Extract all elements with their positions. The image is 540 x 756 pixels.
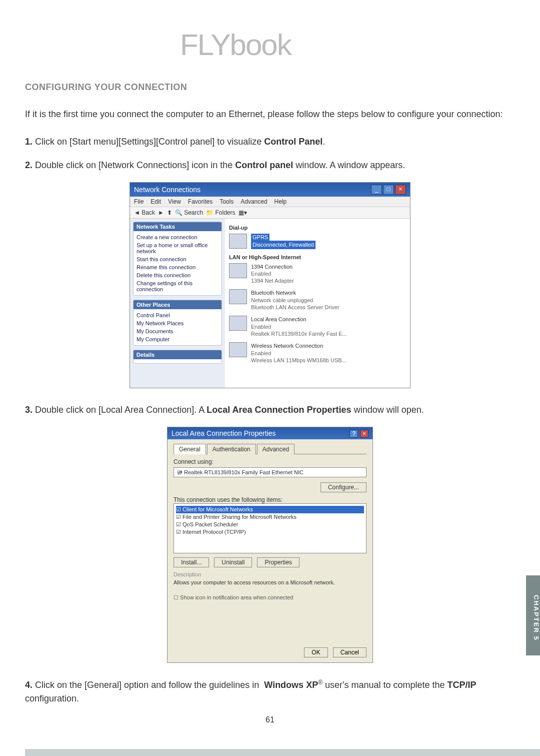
close-icon[interactable]: × <box>360 430 368 438</box>
step-3: 3. Double click on [Local Area Connectio… <box>25 403 515 417</box>
maximize-icon[interactable]: □ <box>383 185 394 195</box>
menu-help[interactable]: Help <box>274 198 287 205</box>
lacp-window: Local Area Connection Properties ? × Gen… <box>167 427 373 663</box>
description-header: Description <box>174 571 366 577</box>
menu-file[interactable]: File <box>134 198 144 205</box>
connection-1394[interactable]: 1394 Connection Enabled 1394 Net Adapter <box>229 263 406 285</box>
items-label: This connection uses the following items… <box>174 496 366 503</box>
task-rename-connection[interactable]: Rename this connection <box>136 263 218 271</box>
back-button[interactable]: ◄ Back <box>134 209 155 216</box>
connection-name: Wireless Network Connection <box>251 342 346 349</box>
views-icon[interactable]: ▦▾ <box>238 209 247 216</box>
task-delete-connection[interactable]: Delete this connection <box>136 271 218 279</box>
list-item[interactable]: Internet Protocol (TCP/IP) <box>182 529 246 535</box>
folders-button[interactable]: 📁 Folders <box>206 209 235 216</box>
connection-adapter: Realtek RTL8139/810x Family Fast E... <box>251 330 347 337</box>
svg-text:FLYbook: FLYbook <box>180 30 292 62</box>
show-icon-checkbox[interactable]: ☐ Show icon in notification area when co… <box>174 594 366 601</box>
place-network-places[interactable]: My Network Places <box>136 319 218 327</box>
connection-wireless[interactable]: Wireless Network Connection Enabled Wire… <box>229 342 406 364</box>
connection-status: Enabled <box>251 350 346 357</box>
connection-icon <box>229 234 247 249</box>
step-3-text-c: window will open. <box>352 405 424 415</box>
connection-name: Local Area Connection <box>251 316 347 323</box>
chapter-tab: CHAPTER 5 <box>526 575 540 655</box>
connection-bluetooth[interactable]: Bluetooth Network Network cable unplugge… <box>229 289 406 311</box>
items-listbox[interactable]: ☑ Client for Microsoft Networks ☑ File a… <box>174 503 366 553</box>
ok-button[interactable]: OK <box>304 647 328 657</box>
details-header: Details <box>134 350 222 359</box>
menu-edit[interactable]: Edit <box>150 198 161 205</box>
task-change-settings[interactable]: Change settings of this connection <box>136 279 218 293</box>
step-4-number: 4. <box>25 680 32 690</box>
step-1-text-c: . <box>322 137 325 147</box>
up-icon[interactable]: ⬆ <box>167 209 172 216</box>
network-connections-window: Network Connections _ □ × File Edit View… <box>130 182 410 388</box>
toolbar: ◄ Back ► ⬆ 🔍 Search 📁 Folders ▦▾ <box>130 207 410 219</box>
tab-authentication[interactable]: Authentication <box>207 444 256 454</box>
cancel-button[interactable]: Cancel <box>333 647 366 657</box>
connection-icon <box>229 342 247 357</box>
step-1-text-a: Click on [Start menu][Settings][Control … <box>32 137 264 147</box>
step-3-number: 3. <box>25 405 32 415</box>
menu-bar: File Edit View Favorites Tools Advanced … <box>130 197 410 207</box>
page-number: 61 <box>25 715 515 724</box>
task-setup-network[interactable]: Set up a home or small office network <box>136 241 218 255</box>
step-1: 1. Click on [Start menu][Settings][Contr… <box>25 135 515 149</box>
other-places-header: Other Places <box>134 300 222 309</box>
list-item[interactable]: File and Printer Sharing for Microsoft N… <box>182 514 296 520</box>
menu-advanced[interactable]: Advanced <box>240 198 267 205</box>
menu-tools[interactable]: Tools <box>220 198 234 205</box>
step-4-bold-tcpip: TCP/IP <box>448 680 476 690</box>
connection-status: Network cable unplugged <box>251 297 340 304</box>
task-start-connection[interactable]: Start this connection <box>136 255 218 263</box>
place-control-panel[interactable]: Control Panel <box>136 311 218 319</box>
step-2-number: 2. <box>25 160 32 170</box>
connection-local-area[interactable]: Local Area Connection Enabled Realtek RT… <box>229 316 406 337</box>
list-item[interactable]: Client for Microsoft Networks <box>182 506 253 512</box>
help-icon[interactable]: ? <box>350 430 358 438</box>
tab-advanced[interactable]: Advanced <box>257 444 294 454</box>
step-2: 2. Double click on [Network Connections]… <box>25 159 515 172</box>
tab-general[interactable]: General <box>174 444 206 454</box>
step-4-text-a: Click on the [General] option and follow… <box>32 680 264 690</box>
uninstall-button[interactable]: Uninstall <box>214 557 252 567</box>
place-my-computer[interactable]: My Computer <box>136 335 218 343</box>
registered-mark: ® <box>318 679 322 686</box>
connection-adapter: Bluetooth LAN Access Server Driver <box>251 304 340 311</box>
step-4-bold-xp: Windows XP <box>264 680 318 690</box>
properties-button[interactable]: Properties <box>257 557 300 567</box>
menu-view[interactable]: View <box>168 198 181 205</box>
step-4-text-c: user's manual to complete the <box>322 680 448 690</box>
connection-icon <box>229 263 247 278</box>
minimize-icon[interactable]: _ <box>371 185 382 195</box>
connection-gprs[interactable]: GPRS Disconnected, Firewalled <box>229 234 406 249</box>
install-button[interactable]: Install... <box>174 557 209 567</box>
step-2-bold: Control panel <box>235 160 293 170</box>
adapter-name: Realtek RTL8139/810x Family Fast Etherne… <box>184 469 304 475</box>
sidebar: Network Tasks Create a new connection Se… <box>130 219 225 388</box>
connection-status: Enabled <box>251 270 294 277</box>
connection-status: Disconnected, Firewalled <box>251 241 316 249</box>
place-my-documents[interactable]: My Documents <box>136 327 218 335</box>
close-icon[interactable]: × <box>395 185 406 195</box>
menu-favorites[interactable]: Favorites <box>188 198 212 205</box>
connection-status: Enabled <box>251 323 347 330</box>
forward-button[interactable]: ► <box>158 209 164 216</box>
configure-button[interactable]: Configure... <box>320 482 366 492</box>
connection-adapter: Wireless LAN 11Mbps WM168b USB... <box>251 357 346 364</box>
task-create-connection[interactable]: Create a new connection <box>136 233 218 241</box>
section-heading: CONFIGURING YOUR CONNECTION <box>25 82 515 93</box>
list-item[interactable]: QoS Packet Scheduler <box>182 521 238 527</box>
step-2-text-a: Double click on [Network Connections] ic… <box>32 160 235 170</box>
connection-name: 1394 Connection <box>251 263 294 270</box>
search-button[interactable]: 🔍 Search <box>175 209 203 216</box>
step-2-text-c: window. A window appears. <box>293 160 405 170</box>
tabs: General Authentication Advanced <box>174 443 366 454</box>
step-1-number: 1. <box>25 137 32 147</box>
adapter-field: 🖳 Realtek RTL8139/810x Family Fast Ether… <box>174 467 366 477</box>
step-4-text-e: configuration. <box>25 693 79 703</box>
description-text: Allows your computer to access resources… <box>174 579 366 585</box>
connect-using-label: Connect using: <box>174 458 366 465</box>
window-titlebar: Network Connections _ □ × <box>130 183 410 197</box>
